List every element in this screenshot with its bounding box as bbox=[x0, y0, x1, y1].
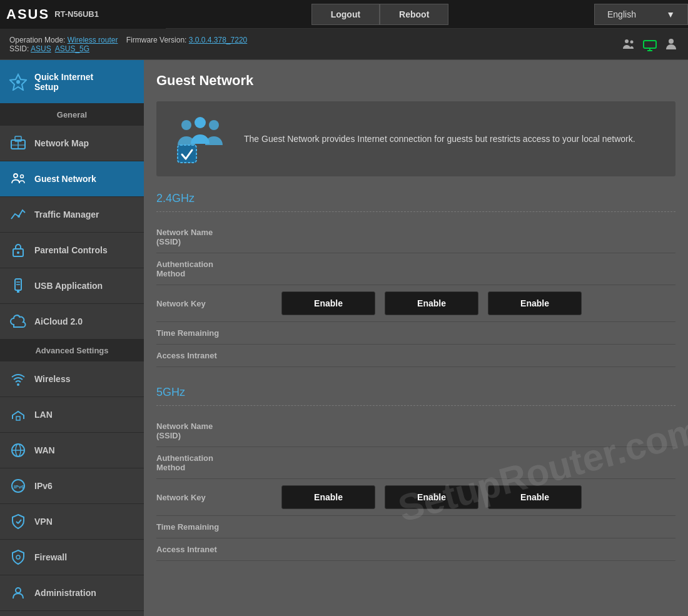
enable-btn-5-2[interactable]: Enable bbox=[385, 485, 478, 509]
freq-5ghz-divider bbox=[156, 405, 675, 406]
field-label-intranet-5: Access Intranet bbox=[156, 545, 281, 554]
reboot-button[interactable]: Reboot bbox=[380, 4, 448, 25]
sidebar-item-label: Wireless bbox=[34, 374, 70, 384]
field-value-netkey-24: Enable Enable Enable bbox=[281, 291, 675, 315]
svg-point-14 bbox=[18, 215, 20, 218]
general-section-label: General bbox=[0, 104, 144, 126]
svg-point-33 bbox=[195, 117, 206, 128]
field-label-netkey-5: Network Key bbox=[156, 493, 281, 502]
sidebar-item-aicloud[interactable]: AiCloud 2.0 bbox=[0, 304, 144, 340]
sidebar-item-label: AiCloud 2.0 bbox=[34, 316, 83, 326]
firmware-label: Firmware Version: bbox=[126, 36, 187, 44]
sidebar-item-ipv6[interactable]: IPv6 IPv6 bbox=[0, 468, 144, 504]
ssid2-value[interactable]: ASUS_5G bbox=[55, 44, 89, 53]
enable-btn-24-2[interactable]: Enable bbox=[385, 291, 478, 315]
sidebar-item-wireless[interactable]: Wireless bbox=[0, 361, 144, 397]
vpn-icon bbox=[9, 513, 27, 530]
sidebar-item-label: Administration bbox=[34, 588, 96, 598]
page-title: Guest Network bbox=[156, 73, 675, 89]
freq-24ghz-section: 2.4GHz Network Name(SSID) Authentication… bbox=[156, 192, 675, 367]
traffic-manager-icon bbox=[9, 206, 27, 223]
svg-point-13 bbox=[21, 175, 24, 178]
firewall-icon bbox=[9, 548, 27, 566]
field-row-timerem-5: Time Remaining bbox=[156, 516, 675, 538]
svg-point-5 bbox=[669, 39, 674, 44]
parental-controls-icon bbox=[9, 241, 27, 259]
freq-5ghz-section: 5GHz Network Name(SSID) AuthenticationMe… bbox=[156, 386, 675, 561]
status-icons bbox=[621, 37, 679, 52]
sidebar-item-guest-network[interactable]: Guest Network bbox=[0, 161, 144, 197]
sidebar-item-administration[interactable]: Administration bbox=[0, 575, 144, 611]
sidebar-item-label: Parental Controls bbox=[34, 245, 108, 255]
svg-point-31 bbox=[16, 588, 21, 593]
field-label-ssid-24: Network Name(SSID) bbox=[156, 228, 281, 246]
sidebar-item-vpn[interactable]: VPN bbox=[0, 504, 144, 540]
users-icon bbox=[621, 37, 636, 52]
language-selector[interactable]: English ▼ bbox=[594, 4, 688, 25]
header: ASUS RT-N56UB1 Logout Reboot English ▼ bbox=[0, 0, 688, 29]
sidebar-item-label: Traffic Manager bbox=[34, 210, 99, 220]
lan-icon bbox=[9, 406, 27, 423]
status-info: Operation Mode: Wireless router Firmware… bbox=[9, 36, 247, 53]
operation-mode-value[interactable]: Wireless router bbox=[68, 36, 118, 44]
logout-button[interactable]: Logout bbox=[311, 4, 380, 25]
field-label-auth-5: AuthenticationMethod bbox=[156, 453, 281, 472]
svg-point-34 bbox=[209, 120, 219, 130]
sidebar-item-wan[interactable]: WAN bbox=[0, 433, 144, 468]
sidebar-item-label: VPN bbox=[34, 517, 53, 527]
svg-point-32 bbox=[181, 120, 191, 130]
guest-network-illustration bbox=[169, 114, 231, 164]
wan-icon bbox=[9, 442, 27, 459]
sidebar-item-parental-controls[interactable]: Parental Controls bbox=[0, 233, 144, 268]
field-label-intranet-24: Access Intranet bbox=[156, 351, 281, 360]
svg-point-16 bbox=[17, 251, 19, 254]
logo-asus: ASUS bbox=[6, 6, 49, 23]
sidebar-item-traffic-manager[interactable]: Traffic Manager bbox=[0, 197, 144, 233]
sidebar-item-label: Guest Network bbox=[34, 174, 96, 184]
field-label-ssid-5: Network Name(SSID) bbox=[156, 422, 281, 440]
field-row-intranet-5: Access Intranet bbox=[156, 538, 675, 561]
ssid1-value[interactable]: ASUS bbox=[31, 44, 51, 53]
svg-rect-2 bbox=[644, 41, 656, 48]
administration-icon bbox=[9, 584, 27, 602]
quick-setup-label: Quick Internet Setup bbox=[34, 72, 93, 92]
freq-24ghz-title: 2.4GHz bbox=[156, 192, 675, 205]
sidebar-item-quick-setup[interactable]: Quick Internet Setup bbox=[0, 60, 144, 104]
svg-point-0 bbox=[625, 39, 629, 43]
sidebar-item-usb-application[interactable]: USB Application bbox=[0, 268, 144, 304]
sidebar-item-label: WAN bbox=[34, 445, 55, 455]
wireless-icon bbox=[9, 370, 27, 388]
sidebar-item-lan[interactable]: LAN bbox=[0, 397, 144, 433]
svg-point-30 bbox=[16, 555, 20, 559]
sidebar-item-firewall[interactable]: Firewall bbox=[0, 540, 144, 575]
enable-btn-5-3[interactable]: Enable bbox=[488, 485, 582, 509]
operation-mode-label: Operation Mode: bbox=[9, 36, 65, 44]
field-row-intranet-24: Access Intranet bbox=[156, 345, 675, 367]
svg-rect-18 bbox=[17, 290, 19, 293]
firmware-value[interactable]: 3.0.0.4.378_7220 bbox=[189, 36, 247, 44]
field-label-netkey-24: Network Key bbox=[156, 299, 281, 308]
chevron-down-icon: ▼ bbox=[666, 9, 675, 19]
sidebar-item-label: Firewall bbox=[34, 552, 67, 562]
sidebar-item-network-map[interactable]: Network Map bbox=[0, 126, 144, 161]
field-row-timerem-24: Time Remaining bbox=[156, 322, 675, 345]
svg-point-12 bbox=[14, 174, 18, 178]
guest-network-icon bbox=[9, 170, 27, 188]
svg-point-21 bbox=[17, 383, 19, 386]
field-row-netkey-5: Network Key Enable Enable Enable bbox=[156, 479, 675, 516]
quick-setup-icon bbox=[9, 73, 27, 91]
intro-section: The Guest Network provides Internet conn… bbox=[156, 101, 675, 176]
header-buttons: Logout Reboot bbox=[166, 4, 594, 25]
svg-point-1 bbox=[630, 40, 634, 43]
field-label-auth-24: AuthenticationMethod bbox=[156, 260, 281, 278]
svg-point-7 bbox=[16, 80, 20, 84]
aicloud-icon bbox=[9, 313, 27, 330]
ssid-label: SSID: bbox=[9, 44, 29, 53]
svg-rect-22 bbox=[16, 417, 20, 420]
freq-24ghz-divider bbox=[156, 211, 675, 212]
enable-btn-5-1[interactable]: Enable bbox=[281, 485, 375, 509]
enable-btn-24-1[interactable]: Enable bbox=[281, 291, 375, 315]
enable-btn-24-3[interactable]: Enable bbox=[488, 291, 582, 315]
svg-text:IPv6: IPv6 bbox=[14, 484, 24, 490]
field-row-ssid-24: Network Name(SSID) bbox=[156, 221, 675, 253]
